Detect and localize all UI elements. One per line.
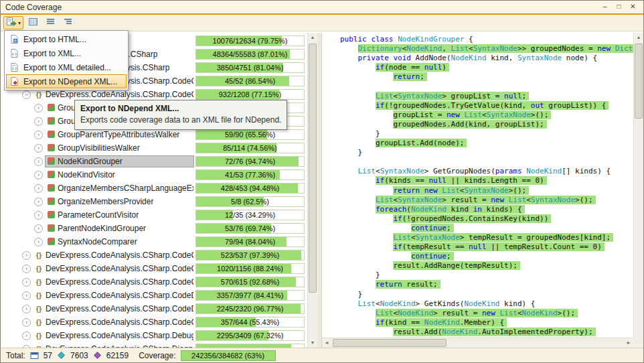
tree-row-main[interactable]: NodeKindVisitor	[45, 169, 194, 181]
coverage-bar: 3850/4751 (81.04%)	[195, 62, 305, 73]
tree-row-main[interactable]: {}DevExpress.CodeAnalysis.CSharp.CodeCle…	[33, 249, 194, 261]
columns-view-button[interactable]	[25, 16, 41, 29]
code-line: private void AddNode(NodeKind kind, Synt…	[340, 54, 633, 63]
expand-icon[interactable]: ›	[34, 211, 43, 220]
expand-icon[interactable]: ›	[34, 131, 43, 139]
tree-row-label: DevExpress.CodeAnalysis.CSharp.CodeClean…	[46, 250, 193, 260]
tree-row-label: ParameterCountVisitor	[58, 210, 139, 220]
scroll-left-icon[interactable]: ◄	[322, 338, 331, 348]
tree-row-label: DevExpress.CodeAnalysis.CSharp.CodeClean…	[46, 264, 193, 273]
scroll-right-icon[interactable]: ►	[624, 338, 633, 348]
flat-view-button[interactable]	[43, 16, 58, 29]
tree-row[interactable]: ›GroupVisibilitiesWalker85/114 (74.56%)	[1, 141, 307, 155]
tree-row[interactable]: ›ParentNodeKindGrouper53/76 (69.74%)	[1, 222, 307, 235]
code-editor[interactable]: public class NodeKindGrouper { Dictionar…	[322, 33, 633, 338]
close-icon[interactable]: ✕	[627, 2, 639, 12]
tree-scrollbar-thumb[interactable]	[309, 44, 317, 293]
tree-row-main[interactable]: SyntaxNodeComparer	[45, 236, 194, 248]
tree-row[interactable]: ›ParameterCountVisitor12/35 (34.29%)	[1, 208, 307, 222]
code-scrollbar-thumb[interactable]	[635, 44, 643, 119]
tooltip-text: Exports code coverage data to an XML fil…	[80, 115, 281, 125]
toolbar: ▾	[1, 15, 643, 31]
export-ndepend-icon	[9, 76, 19, 86]
expand-icon[interactable]: ›	[34, 157, 43, 166]
tree-row-main[interactable]: {}DevExpress.CodeAnalysis.CSharp.CodeGen…	[33, 316, 194, 328]
tree-row-main[interactable]: {}DevExpress.CodeAnalysis.CSharp.CodeCle…	[33, 263, 194, 275]
tree-view-button[interactable]	[60, 16, 76, 29]
coverage-bar-text: 48364/55583 (87.01%)	[196, 50, 304, 59]
expand-icon[interactable]: ›	[34, 224, 43, 233]
code-horizontal-scrollbar[interactable]: ◄ ►	[322, 338, 633, 348]
code-coverage-window: Code Coverage – □ ✕ ▾	[0, 0, 644, 363]
expand-icon[interactable]: ›	[34, 117, 43, 126]
export-button[interactable]: ▾	[3, 16, 23, 29]
tree-row[interactable]: ›{}DevExpress.CodeAnalysis.CSharp.CodeDe…	[1, 289, 307, 302]
minimize-icon[interactable]: –	[599, 2, 611, 12]
expand-icon[interactable]: ›	[34, 184, 43, 193]
tree-row[interactable]: ›NodeKindVisitor41/53 (77.36%)	[1, 168, 307, 182]
coverage-bar-text: 72/76 (94.74%)	[196, 157, 304, 166]
menu-item-export-ndepend-xml[interactable]: Export to NDepend XML...	[6, 74, 127, 88]
collapse-icon[interactable]: ›	[22, 90, 31, 99]
expand-icon[interactable]: ›	[22, 305, 31, 313]
tree-row[interactable]: ›OrganizeMembersCSharpLanguageExtension4…	[1, 182, 307, 195]
tree-row-main[interactable]: OrganizeMembersCSharpLanguageExtension	[45, 182, 194, 194]
tree-row-main[interactable]: {}DevExpress.CodeAnalysis.CSharp.Diagnos…	[33, 343, 194, 348]
code-line: }	[340, 129, 633, 139]
tree-row-main[interactable]: NodeKindGrouper	[45, 155, 194, 167]
expand-icon[interactable]: ›	[34, 238, 43, 246]
tree-row[interactable]: ›{}DevExpress.CodeAnalysis.CSharp.Debugg…	[1, 329, 307, 342]
expand-icon[interactable]: ›	[22, 291, 31, 300]
scroll-up-icon[interactable]: ▲	[308, 33, 317, 42]
expand-icon[interactable]: ›	[34, 171, 43, 179]
tree-row[interactable]: ›SyntaxNodeComparer79/94 (84.04%)	[1, 235, 307, 248]
menu-item-export-xml-detailed[interactable]: Export to XML detailed...	[6, 60, 127, 74]
tree-row-main[interactable]: {}DevExpress.CodeAnalysis.CSharp.CodeDec…	[33, 303, 194, 315]
code-vertical-scrollbar[interactable]: ▲ ▼	[633, 33, 643, 348]
menu-item-export-html[interactable]: Export to HTML...	[6, 32, 127, 46]
tree-row[interactable]: ›{}DevExpress.CodeAnalysis.CSharp.CodeDe…	[1, 302, 307, 315]
export-xml-icon	[9, 48, 19, 58]
code-line: if(tempResult == null || tempResult.Coun…	[340, 242, 633, 252]
coverage-total-bar: 242356/384682 (63%)	[181, 350, 276, 361]
coverage-bar-text: 10076/12634 (79.75%)	[196, 36, 304, 46]
expand-icon[interactable]: ›	[34, 198, 43, 206]
titlebar[interactable]: Code Coverage – □ ✕	[1, 1, 643, 15]
expand-icon[interactable]: ›	[34, 104, 43, 113]
tree-row-main[interactable]: {}DevExpress.CodeAnalysis.CSharp.Debugge…	[33, 330, 194, 342]
coverage-bar-text: 53/76 (69.74%)	[196, 224, 304, 233]
menu-item-export-xml[interactable]: Export to XML...	[6, 46, 127, 60]
tree-row-main[interactable]: {}DevExpress.CodeAnalysis.CSharp.CodeCle…	[33, 276, 194, 288]
expand-icon[interactable]: ›	[22, 265, 31, 273]
coverage-bar: 2245/2320 (96.77%)	[195, 303, 305, 314]
tree-row[interactable]: ›{}DevExpress.CodeAnalysis.CSharp.CodeGe…	[1, 315, 307, 329]
expand-icon[interactable]: ›	[34, 144, 43, 153]
tree-row-main[interactable]: OrganizeMembersProvider	[45, 196, 194, 208]
tree-row-main[interactable]: ParameterCountVisitor	[45, 209, 194, 221]
expand-icon[interactable]: ›	[22, 332, 31, 340]
scroll-down-icon[interactable]: ▼	[308, 338, 317, 348]
code-hscrollbar-thumb[interactable]	[333, 339, 447, 347]
tree-row[interactable]: ›OrganizeMembersProvider5/8 (62.5%)	[1, 195, 307, 208]
tree-row[interactable]: ›{}DevExpress.CodeAnalysis.CSharp.Diagno…	[1, 342, 307, 348]
tree-vertical-scrollbar[interactable]: ▲ ▼	[307, 33, 317, 348]
tree-row[interactable]: ›NodeKindGrouper72/76 (94.74%)	[1, 155, 307, 168]
tree-row-main[interactable]: GroupParentTypeAttributesWalker	[45, 129, 194, 141]
tree-row[interactable]: ›{}DevExpress.CodeAnalysis.CSharp.CodeCl…	[1, 275, 307, 289]
maximize-icon[interactable]: □	[613, 2, 625, 12]
tree-row-main[interactable]: GroupVisibilitiesWalker	[45, 142, 194, 154]
classes-count: 57	[44, 351, 52, 360]
tree-row-main[interactable]: {}DevExpress.CodeAnalysis.CSharp.CodeDec…	[33, 289, 194, 301]
expand-icon[interactable]: ›	[22, 251, 31, 260]
coverage-bar: 45/52 (86.54%)	[195, 76, 305, 86]
namespace-icon: {}	[33, 251, 44, 259]
expand-icon[interactable]: ›	[22, 278, 31, 287]
tree-row[interactable]: ›{}DevExpress.CodeAnalysis.CSharp.CodeCl…	[1, 248, 307, 262]
code-line: Dictionary<NodeKind, List<SyntaxNode>> g…	[340, 44, 633, 54]
tree-row[interactable]: ›{}DevExpress.CodeAnalysis.CSharp.CodeCl…	[1, 262, 307, 275]
expand-icon[interactable]: ›	[22, 318, 31, 327]
code-line: public class NodeKindGrouper {	[340, 35, 633, 44]
tree-row[interactable]: ›GroupParentTypeAttributesWalker59/90 (6…	[1, 128, 307, 141]
scroll-up-icon[interactable]: ▲	[634, 33, 643, 42]
tree-row-main[interactable]: ParentNodeKindGrouper	[45, 222, 194, 234]
